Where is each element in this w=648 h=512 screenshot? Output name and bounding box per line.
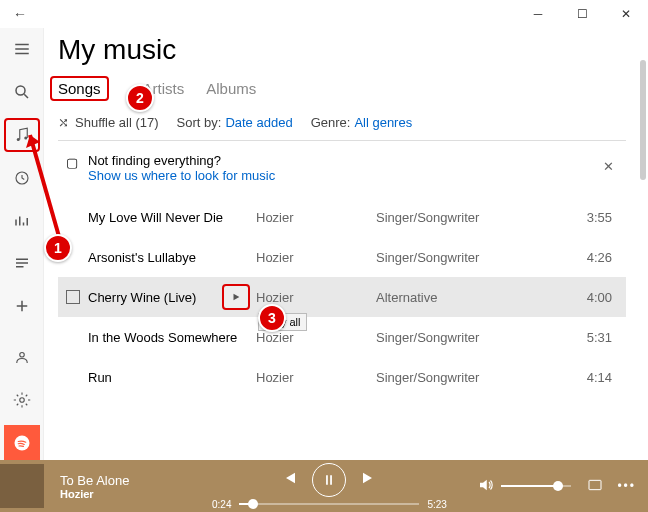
notice-close[interactable]: ✕ — [603, 159, 614, 174]
settings-button[interactable] — [4, 382, 40, 417]
playlists-button[interactable] — [4, 246, 40, 281]
song-duration: 4:26 — [516, 250, 618, 265]
genre-value[interactable]: All genres — [354, 115, 412, 130]
previous-button[interactable] — [280, 469, 298, 490]
notice-link[interactable]: Show us where to look for music — [88, 168, 618, 183]
hamburger-button[interactable] — [4, 32, 40, 67]
next-button[interactable] — [360, 469, 378, 490]
song-row[interactable]: In the Woods SomewhereHozierSinger/Songw… — [58, 317, 626, 357]
player-bar: To Be Alone Hozier 0:24 5:23 ••• — [0, 460, 648, 512]
album-art[interactable] — [0, 464, 44, 508]
svg-rect-7 — [589, 480, 601, 489]
minimize-button[interactable]: ─ — [520, 0, 556, 28]
progress-slider[interactable] — [239, 503, 419, 505]
song-title: Run — [88, 370, 112, 385]
svg-point-4 — [19, 353, 24, 358]
tab-albums[interactable]: Albums — [206, 80, 256, 101]
sort-label: Sort by: — [177, 115, 222, 130]
annotation-arrow — [20, 130, 70, 250]
divider — [58, 140, 626, 141]
controls-row: ⤭ Shuffle all (17) Sort by: Date added G… — [58, 115, 626, 130]
song-title: Cherry Wine (Live) — [88, 290, 196, 305]
annotation-2: 2 — [126, 84, 154, 112]
song-duration: 3:55 — [516, 210, 618, 225]
add-button[interactable] — [4, 289, 40, 324]
song-title: Arsonist's Lullabye — [88, 250, 196, 265]
song-artist: Hozier — [256, 250, 376, 265]
song-duration: 4:14 — [516, 370, 618, 385]
page-title: My music — [58, 34, 626, 66]
account-button[interactable] — [4, 340, 40, 375]
time-total: 5:23 — [427, 499, 446, 510]
song-title: In the Woods Somewhere — [88, 330, 237, 345]
song-artist: Hozier — [256, 210, 376, 225]
notice: ▢ Not finding everything? Show us where … — [58, 153, 626, 197]
svg-point-0 — [16, 86, 25, 95]
song-row[interactable]: Cherry Wine (Live)HozierAlternative4:00 — [58, 277, 626, 317]
annotation-3: 3 — [258, 304, 286, 332]
song-genre: Singer/Songwriter — [376, 210, 516, 225]
song-genre: Singer/Songwriter — [376, 330, 516, 345]
checkbox[interactable] — [66, 290, 80, 304]
song-duration: 4:00 — [516, 290, 618, 305]
player-track-artist: Hozier — [60, 488, 190, 500]
song-title: My Love Will Never Die — [88, 210, 223, 225]
genre-label: Genre: — [311, 115, 351, 130]
song-artist: Hozier — [256, 370, 376, 385]
player-track-title: To Be Alone — [60, 473, 190, 488]
svg-point-5 — [19, 398, 24, 403]
sort-value[interactable]: Date added — [225, 115, 292, 130]
song-genre: Singer/Songwriter — [376, 250, 516, 265]
song-row[interactable]: Arsonist's LullabyeHozierSinger/Songwrit… — [58, 237, 626, 277]
more-icon[interactable]: ••• — [617, 479, 636, 493]
search-button[interactable] — [4, 75, 40, 110]
song-genre: Alternative — [376, 290, 516, 305]
volume-icon[interactable] — [477, 476, 495, 497]
maximize-button[interactable]: ☐ — [564, 0, 600, 28]
shuffle-all[interactable]: Shuffle all (17) — [75, 115, 159, 130]
svg-point-6 — [14, 435, 29, 450]
song-row[interactable]: My Love Will Never DieHozierSinger/Songw… — [58, 197, 626, 237]
svg-point-1 — [16, 138, 19, 141]
play-button[interactable] — [222, 284, 250, 310]
notice-title: Not finding everything? — [88, 153, 618, 168]
shuffle-icon: ⤭ — [58, 115, 69, 130]
song-artist: Hozier — [256, 290, 376, 305]
tab-songs[interactable]: Songs — [50, 76, 109, 101]
cast-icon[interactable] — [587, 477, 603, 496]
volume-slider[interactable] — [501, 485, 571, 487]
song-genre: Singer/Songwriter — [376, 370, 516, 385]
back-button[interactable]: ← — [4, 0, 36, 28]
scrollbar[interactable] — [640, 60, 646, 180]
song-row[interactable]: RunHozierSinger/Songwriter4:14 — [58, 357, 626, 397]
close-button[interactable]: ✕ — [608, 0, 644, 28]
annotation-1: 1 — [44, 234, 72, 262]
song-duration: 5:31 — [516, 330, 618, 345]
time-elapsed: 0:24 — [212, 499, 231, 510]
play-pause-button[interactable] — [312, 463, 346, 497]
spotify-button[interactable] — [4, 425, 40, 460]
